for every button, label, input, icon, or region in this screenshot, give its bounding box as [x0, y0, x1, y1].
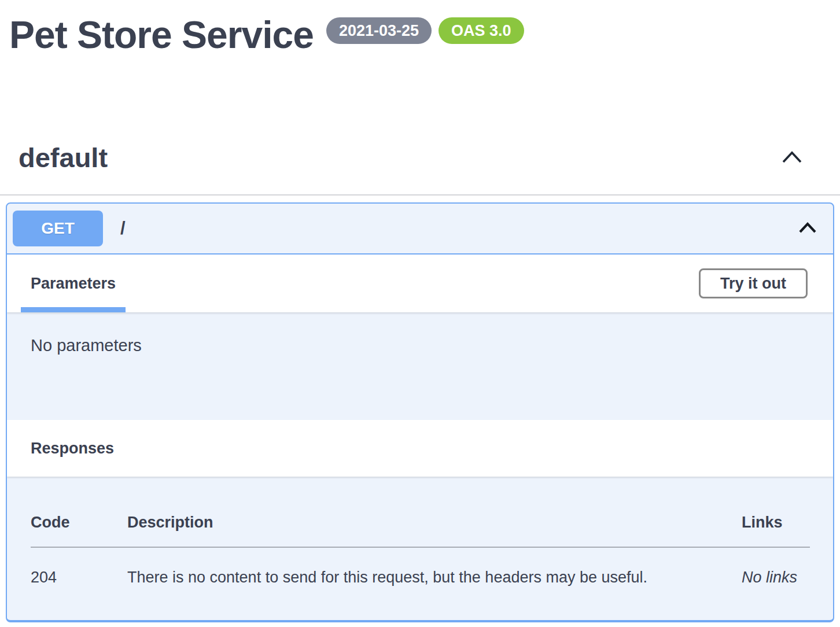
api-info-header: Pet Store Service 2021-03-25 OAS 3.0	[0, 0, 840, 55]
parameters-body: No parameters	[7, 312, 833, 420]
collapse-section-button[interactable]	[781, 149, 803, 167]
responses-title: Responses	[31, 440, 114, 458]
description-column-header: Description	[127, 514, 742, 547]
api-title: Pet Store Service	[9, 15, 314, 55]
oas-badge: OAS 3.0	[439, 17, 524, 44]
version-badge: 2021-03-25	[326, 17, 432, 44]
endpoint-path: /	[120, 218, 126, 239]
http-method-badge: GET	[13, 211, 103, 246]
tab-parameters[interactable]: Parameters	[31, 255, 116, 312]
tag-header-default[interactable]: default	[0, 142, 840, 196]
collapse-operation-button[interactable]	[798, 222, 817, 236]
responses-section-header: Responses	[7, 420, 833, 477]
response-links: No links	[742, 547, 810, 587]
response-row-204: 204 There is no content to send for this…	[31, 547, 810, 587]
response-code: 204	[31, 547, 127, 587]
tag-section-default: default GET /	[0, 142, 840, 622]
tag-title: default	[19, 142, 108, 174]
parameters-section-header: Parameters Try it out	[7, 255, 833, 312]
try-it-out-button[interactable]: Try it out	[699, 268, 808, 298]
links-column-header: Links	[742, 514, 810, 547]
api-badges: 2021-03-25 OAS 3.0	[326, 17, 524, 44]
responses-table: Code Description Links 204 There is no c…	[31, 514, 810, 587]
no-parameters-message: No parameters	[31, 336, 810, 355]
parameters-tab-label: Parameters	[31, 275, 116, 293]
swagger-ui-page: Pet Store Service 2021-03-25 OAS 3.0 def…	[0, 0, 840, 622]
chevron-up-icon	[781, 149, 803, 167]
responses-table-header-row: Code Description Links	[31, 514, 810, 547]
code-column-header: Code	[31, 514, 127, 547]
opblock-get-root: GET / Parameters Try it out	[6, 202, 834, 622]
response-description: There is no content to send for this req…	[127, 547, 742, 587]
responses-body: Code Description Links 204 There is no c…	[7, 477, 833, 620]
opblock-summary[interactable]: GET /	[7, 204, 833, 255]
chevron-up-icon	[798, 222, 817, 236]
